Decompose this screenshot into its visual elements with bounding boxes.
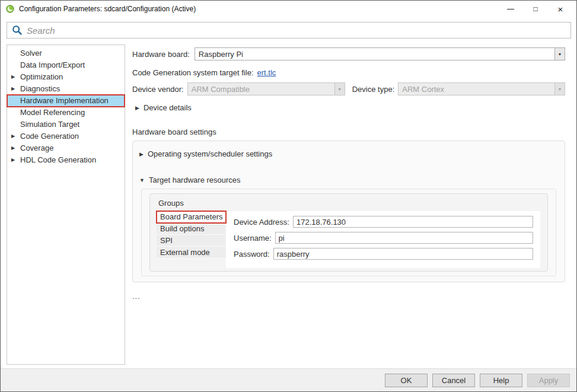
minimize-button[interactable]: —: [498, 1, 523, 17]
window-title: Configuration Parameters: sdcard/Configu…: [19, 5, 196, 13]
ellipsis-text: ...: [132, 292, 565, 301]
sidebar-item-label: Optimization: [20, 72, 63, 81]
groups-label: Groups: [150, 198, 547, 209]
sidebar-item-simulation-target[interactable]: Simulation Target: [7, 119, 125, 130]
target-file-label: Code Generation system target file:: [132, 68, 254, 77]
search-input[interactable]: [27, 23, 570, 37]
sidebar-item-label: Model Referencing: [20, 108, 85, 117]
sidebar-item-model-referencing[interactable]: Model Referencing: [7, 107, 125, 119]
hardware-board-value: Raspberry Pi: [195, 48, 554, 60]
group-item-label: Board Parameters: [160, 212, 223, 221]
os-scheduler-expander[interactable]: ▶ Operating system/scheduler settings: [133, 149, 565, 158]
target-hardware-resources-label: Target hardware resources: [149, 176, 241, 184]
device-address-label: Device Address:: [234, 218, 289, 227]
dropdown-button: ▼: [334, 83, 345, 95]
search-bar: [7, 22, 571, 39]
expand-arrow-icon[interactable]: ▶: [11, 71, 15, 83]
device-address-field[interactable]: [293, 216, 533, 228]
sidebar-item-optimization[interactable]: ▶ Optimization: [7, 71, 125, 83]
group-item-label: SPI: [160, 236, 173, 245]
dropdown-button[interactable]: ▼: [554, 48, 565, 60]
device-vendor-select: ARM Compatible ▼: [187, 82, 345, 95]
group-item-spi[interactable]: SPI: [157, 235, 226, 247]
hardware-board-settings-title: Hardware board settings: [132, 128, 565, 136]
expand-arrow-icon[interactable]: ▶: [11, 142, 15, 154]
username-label: Username:: [234, 234, 272, 243]
group-item-label: Build options: [160, 224, 204, 233]
sidebar-item-coverage[interactable]: ▶ Coverage: [7, 142, 125, 154]
device-type-label: Device type:: [352, 85, 395, 94]
cancel-button[interactable]: Cancel: [432, 374, 475, 387]
hardware-board-select[interactable]: Raspberry Pi ▼: [195, 47, 565, 60]
sidebar-item-label: Solver: [20, 49, 42, 58]
expand-arrow-icon: ▶: [135, 105, 139, 111]
title-bar: Configuration Parameters: sdcard/Configu…: [1, 1, 576, 17]
password-field[interactable]: [273, 248, 533, 260]
sidebar-item-label: Data Import/Export: [20, 60, 85, 69]
sidebar-item-label: Code Generation: [20, 132, 79, 141]
username-field[interactable]: [275, 232, 533, 244]
device-details-label: Device details: [144, 103, 192, 112]
sidebar-item-hardware-implementation[interactable]: Hardware Implementation: [7, 95, 125, 107]
sidebar-item-hdl-code-generation[interactable]: ▶ HDL Code Generation: [7, 154, 125, 166]
sidebar-item-diagnostics[interactable]: ▶ Diagnostics: [7, 83, 125, 95]
main-panel: Hardware board: Raspberry Pi ▼ Code Gene…: [132, 44, 565, 301]
category-tree: Solver Data Import/Export ▶ Optimization…: [7, 44, 125, 365]
dropdown-button: ▼: [554, 83, 565, 95]
configuration-parameters-window: Configuration Parameters: sdcard/Configu…: [0, 0, 577, 392]
os-scheduler-label: Operating system/scheduler settings: [148, 149, 272, 158]
apply-button: Apply: [527, 374, 570, 387]
sidebar-item-label: Hardware Implementation: [20, 96, 109, 105]
help-button[interactable]: Help: [480, 374, 522, 387]
target-hardware-resources-expander[interactable]: ▼ Target hardware resources: [133, 176, 565, 184]
groups-box: Groups Board Parameters Build options SP…: [149, 193, 548, 272]
device-type-value: ARM Cortex: [399, 83, 554, 95]
target-hardware-resources-panel: Groups Board Parameters Build options SP…: [141, 189, 556, 276]
group-item-build-options[interactable]: Build options: [157, 223, 226, 235]
group-item-board-parameters[interactable]: Board Parameters: [157, 211, 226, 223]
simulink-icon: [6, 5, 14, 13]
sidebar-item-code-generation[interactable]: ▶ Code Generation: [7, 130, 125, 142]
expand-arrow-icon: ▶: [139, 151, 144, 157]
sidebar-item-data-import-export[interactable]: Data Import/Export: [7, 59, 125, 71]
hardware-board-settings-panel: ▶ Operating system/scheduler settings ▼ …: [132, 141, 565, 282]
expand-arrow-icon[interactable]: ▶: [11, 154, 15, 166]
target-file-link[interactable]: ert.tlc: [257, 68, 276, 77]
sidebar-item-label: HDL Code Generation: [20, 155, 96, 164]
expand-arrow-icon[interactable]: ▶: [11, 130, 15, 142]
groups-list: Board Parameters Build options SPI Exter…: [157, 211, 226, 268]
search-icon: [12, 25, 23, 36]
collapse-arrow-icon: ▼: [139, 177, 145, 183]
group-item-external-mode[interactable]: External mode: [157, 247, 226, 259]
hardware-board-label: Hardware board:: [132, 50, 190, 59]
ok-button[interactable]: OK: [385, 374, 428, 387]
sidebar-item-label: Diagnostics: [20, 84, 60, 93]
device-type-select: ARM Cortex ▼: [398, 82, 565, 95]
device-vendor-label: Device vendor:: [132, 85, 184, 94]
group-item-label: External mode: [160, 248, 210, 257]
sidebar-item-label: Simulation Target: [20, 120, 79, 129]
device-vendor-value: ARM Compatible: [188, 83, 334, 95]
dialog-footer: OK Cancel Help Apply: [1, 368, 576, 391]
window-controls: — □ ×: [498, 1, 573, 17]
chevron-down-icon: ▼: [558, 87, 562, 91]
chevron-down-icon: ▼: [558, 52, 562, 56]
board-parameters-form: Device Address: Username: Password:: [226, 211, 540, 268]
close-button[interactable]: ×: [548, 1, 573, 17]
sidebar-item-solver[interactable]: Solver: [7, 47, 125, 59]
sidebar-item-label: Coverage: [20, 144, 53, 152]
password-label: Password:: [234, 250, 270, 259]
chevron-down-icon: ▼: [337, 87, 342, 91]
device-details-expander[interactable]: ▶ Device details: [132, 103, 565, 112]
maximize-button[interactable]: □: [523, 1, 548, 17]
expand-arrow-icon[interactable]: ▶: [11, 83, 15, 95]
